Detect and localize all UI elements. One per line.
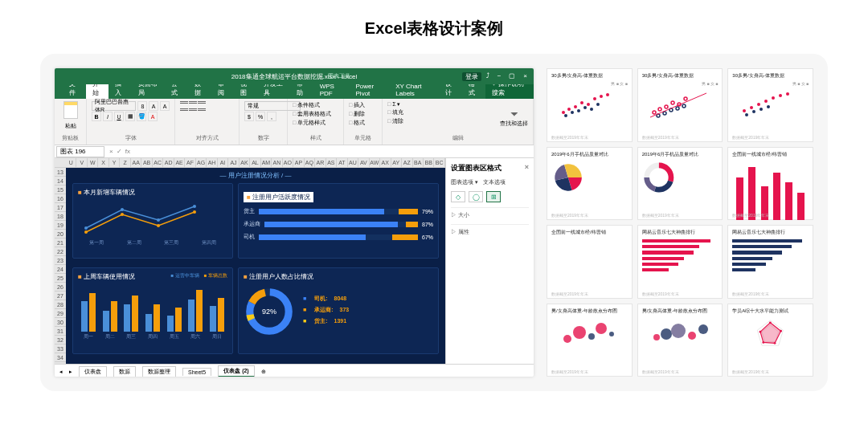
column-header[interactable]: AY [391,158,402,167]
column-header[interactable]: V [76,158,87,167]
row-header[interactable]: 31 [55,327,66,336]
column-header[interactable]: AU [348,158,358,167]
row-header[interactable]: 22 [55,247,66,256]
column-header[interactable]: AC [153,158,163,167]
column-header[interactable]: AL [250,158,260,167]
sort-filter-icon[interactable]: ⏷ [500,108,528,120]
font-size-input[interactable]: 8 [137,101,147,111]
row-header[interactable]: 13 [55,168,66,177]
column-header[interactable]: AM [261,158,272,167]
fill-color-button[interactable]: 🪣 [137,112,146,121]
sheet-tab[interactable]: Sheet5 [182,368,211,376]
row-header[interactable]: 27 [55,292,66,300]
row-header[interactable]: 19 [55,221,66,230]
sheet-tab[interactable]: 数源整理 [142,366,176,377]
column-header[interactable]: X [98,158,108,167]
column-header[interactable]: AA [131,158,141,167]
cells-format-button[interactable]: 格式 [349,119,377,127]
row-header[interactable]: 14 [55,177,66,186]
alignment-buttons[interactable] [180,101,234,115]
accounting-button[interactable]: $ [244,112,254,121]
column-header[interactable]: Z [120,158,130,167]
row-header[interactable]: 15 [55,186,66,194]
column-header[interactable]: AD [163,158,174,167]
pane-close-icon[interactable]: × [525,163,529,173]
column-header[interactable]: AT [337,158,347,167]
column-header[interactable]: AO [283,158,293,167]
conditional-format-button[interactable]: 条件格式 [293,101,338,109]
name-box[interactable]: 图表 196 [56,146,104,157]
column-header[interactable]: AR [315,158,326,167]
cell-styles-button[interactable]: 单元格样式 [293,119,338,127]
table-format-button[interactable]: 套用表格格式 [293,110,338,118]
fx-icon[interactable]: fx [125,148,130,155]
worksheet-grid[interactable]: UVWXYZAAABACADAEAFAGAHAIAJAKALAMANAOAPAQ… [55,158,445,364]
paste-button[interactable]: 粘贴 [59,122,81,130]
accept-formula-icon[interactable]: ✓ [117,148,122,155]
column-header[interactable]: AG [196,158,207,167]
column-header[interactable]: BC [434,158,444,167]
column-header[interactable]: AK [240,158,250,167]
column-header[interactable]: AW [370,158,380,167]
row-header[interactable]: 28 [55,300,66,309]
bold-button[interactable]: B [92,112,101,121]
row-header[interactable]: 32 [55,336,66,344]
column-header[interactable]: BA [413,158,424,167]
row-header[interactable]: 23 [55,256,66,265]
column-header[interactable]: AH [207,158,217,167]
italic-button[interactable]: I [103,112,113,121]
close-icon[interactable]: × [520,72,530,81]
column-header[interactable]: AI [218,158,228,167]
column-header[interactable]: BB [424,158,434,167]
column-header[interactable]: W [88,158,98,167]
row-header[interactable]: 24 [55,265,66,274]
column-header[interactable]: AS [326,158,337,167]
row-header[interactable]: 35 [55,362,66,364]
column-header[interactable]: AF [185,158,195,167]
paste-icon[interactable] [63,101,78,119]
minimize-icon[interactable]: − [494,72,505,81]
restore-icon[interactable]: ▢ [506,72,518,81]
new-sheet-icon[interactable]: ⊕ [261,369,266,375]
sheet-nav-first-icon[interactable]: ◂ [59,369,63,375]
column-header[interactable]: AV [358,158,369,167]
row-header[interactable]: 20 [55,230,66,238]
sheet-tab-active[interactable]: 仪表盘 (2) [218,365,255,377]
column-header[interactable]: AX [380,158,391,167]
pane-effects-icon[interactable]: ◯ [469,191,483,202]
column-header[interactable]: U [66,158,76,167]
row-header[interactable]: 25 [55,274,66,283]
sheet-tab[interactable]: 数源 [113,366,136,377]
column-header[interactable]: AE [174,158,185,167]
column-header[interactable]: AP [293,158,304,167]
row-header[interactable]: 26 [55,283,66,292]
share-icon[interactable]: ⤴ [483,72,493,81]
sheet-nav-prev-icon[interactable]: ▸ [69,369,72,375]
column-header[interactable]: AN [272,158,282,167]
pane-dropdown-right[interactable]: 文本选项 [483,179,506,185]
increase-font-icon[interactable]: A [149,101,158,111]
percent-button[interactable]: % [256,112,265,121]
find-select-button[interactable]: 查找和选择 [500,120,528,128]
row-header[interactable]: 29 [55,309,66,318]
autosum-button[interactable]: Σ ▾ [387,101,528,108]
row-header[interactable]: 21 [55,238,66,247]
comma-button[interactable]: , [267,112,276,121]
pane-section-prop[interactable]: ▷ 属性 [451,224,529,236]
row-header[interactable]: 18 [55,212,66,221]
row-header[interactable]: 34 [55,353,66,362]
cells-insert-button[interactable]: 插入 [349,101,377,109]
decrease-font-icon[interactable]: A [160,101,170,111]
font-name-input[interactable]: 阿里巴巴普惠体R [92,101,136,111]
login-button[interactable]: 登录 [462,72,481,81]
cells-delete-button[interactable]: 删除 [349,110,377,118]
border-button[interactable]: ▦ [125,112,135,121]
pane-section-size[interactable]: ▷ 大小 [451,207,529,219]
pane-dropdown-left[interactable]: 图表选项 [451,179,473,185]
row-header[interactable]: 16 [55,194,66,203]
font-color-button[interactable]: A [148,112,158,121]
pane-size-icon[interactable]: ⊞ [486,191,501,202]
column-header[interactable]: Y [109,158,120,167]
underline-button[interactable]: U [114,112,124,121]
sheet-tab[interactable]: 仪表盘 [79,366,107,377]
